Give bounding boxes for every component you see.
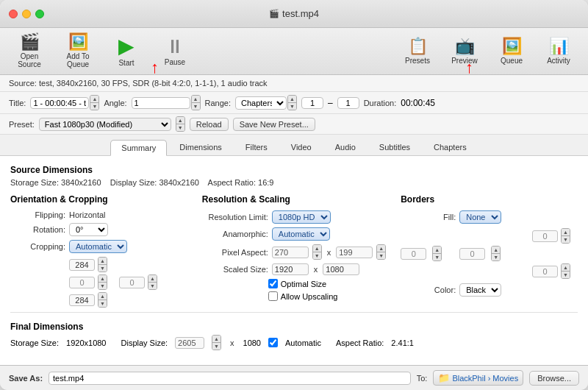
color-select[interactable]: Black [459,283,501,297]
tab-audio[interactable]: Audio [324,139,367,155]
pixel-w-stepper[interactable]: ▲ ▼ [312,244,322,260]
preset-up-icon[interactable]: ▲ [176,117,184,124]
duration-label: Duration: [364,99,397,107]
border-left-down-icon[interactable]: ▼ [433,254,441,260]
start-button[interactable]: ▶ Start [104,31,148,71]
fill-select[interactable]: None [459,210,501,224]
cropping-select[interactable]: Automatic [69,240,127,253]
storage-size-value: 3840x2160 [61,178,101,187]
limit-select[interactable]: 1080p HD [272,210,331,224]
border-right-up-icon[interactable]: ▲ [492,247,500,254]
crop-right-stepper[interactable]: ▲ ▼ [148,274,157,290]
crop-left-down-icon[interactable]: ▼ [98,283,107,289]
final-display-w-input[interactable] [175,337,204,349]
pixel-w-down-icon[interactable]: ▼ [313,252,321,259]
pixel-h-stepper[interactable]: ▲ ▼ [376,244,386,260]
range-from-input[interactable] [301,97,323,109]
crop-left-stepper[interactable]: ▲ ▼ [98,274,107,290]
range-to-input[interactable] [337,97,359,109]
allow-upscaling-checkbox[interactable] [268,291,278,301]
auto-checkbox[interactable] [268,338,278,347]
border-bottom-up-icon[interactable]: ▲ [562,264,570,272]
title-down-icon[interactable]: ▼ [90,103,98,110]
range-down-icon[interactable]: ▼ [288,103,296,110]
crop-left-input[interactable] [69,277,95,288]
range-up-icon[interactable]: ▲ [288,96,296,103]
preset-down-icon[interactable]: ▼ [176,124,184,131]
border-bottom-input[interactable] [532,266,558,277]
optimal-size-checkbox[interactable] [268,279,278,288]
save-new-preset-button[interactable]: Save New Preset... [233,118,315,131]
title-input[interactable] [30,97,89,109]
range-select[interactable]: Chapters [235,96,287,110]
crop-bottom-stepper[interactable]: ▲ ▼ [98,292,107,308]
save-as-input[interactable] [49,372,411,385]
scaled-h-input[interactable] [323,263,359,275]
title-up-icon[interactable]: ▲ [90,96,98,103]
crop-top-up-icon[interactable]: ▲ [98,258,107,265]
border-top-stepper[interactable]: ▲ ▼ [561,228,570,244]
crop-top-down-icon[interactable]: ▼ [98,265,107,272]
maximize-button[interactable] [35,10,44,18]
activity-button[interactable]: 📊 Activity [537,35,581,68]
scaled-w-input[interactable] [272,263,309,275]
border-left-stepper[interactable]: ▲ ▼ [432,246,442,261]
border-right-down-icon[interactable]: ▼ [492,254,500,260]
preset-select[interactable]: Fast 1080p30 (Modified) [39,118,171,131]
pixel-h-input[interactable] [336,247,373,258]
minimize-button[interactable] [22,10,31,18]
tab-video[interactable]: Video [280,139,323,155]
pixel-w-up-icon[interactable]: ▲ [313,245,321,252]
border-left-input[interactable] [401,248,426,260]
crop-bottom-down-icon[interactable]: ▼ [98,300,107,307]
rotation-select[interactable]: 0°90°180°270° [69,223,108,236]
crop-bottom-up-icon[interactable]: ▲ [98,293,107,300]
border-top-input[interactable] [532,230,558,242]
border-left-up-icon[interactable]: ▲ [433,247,441,254]
tab-subtitles[interactable]: Subtitles [368,139,421,155]
final-display-down-icon[interactable]: ▼ [212,343,220,350]
border-right-input[interactable] [459,248,485,260]
crop-top-input[interactable] [69,259,95,271]
tab-summary[interactable]: Summary [110,140,167,156]
pixel-h-up-icon[interactable]: ▲ [377,245,385,252]
border-bottom-stepper[interactable]: ▲ ▼ [561,263,570,279]
range-stepper[interactable]: ▲ ▼ [287,95,297,110]
crop-top-stepper[interactable]: ▲ ▼ [98,257,107,272]
pause-button[interactable]: ⏸ Pause [153,31,197,71]
angle-input[interactable] [132,97,190,109]
final-display-stepper[interactable]: ▲ ▼ [212,335,221,350]
crop-bottom-input[interactable] [69,294,95,306]
border-top-down-icon[interactable]: ▼ [562,236,570,243]
border-bottom-down-icon[interactable]: ▼ [562,272,570,278]
tab-chapters[interactable]: Chapters [423,139,478,155]
crop-right-up-icon[interactable]: ▲ [148,275,157,283]
preview-button[interactable]: 📺 Preview [442,35,487,68]
final-display-up-icon[interactable]: ▲ [212,336,220,343]
pixel-h-down-icon[interactable]: ▼ [377,252,385,259]
border-top-up-icon[interactable]: ▲ [562,229,570,236]
crop-left-up-icon[interactable]: ▲ [98,275,107,283]
tab-dimensions[interactable]: Dimensions [168,139,232,155]
presets-button[interactable]: 📋 Presets [395,35,440,68]
angle-down-icon[interactable]: ▼ [192,103,200,110]
crop-right-down-icon[interactable]: ▼ [148,283,157,289]
add-to-queue-button[interactable]: 🖼️ Add To Queue [56,31,100,71]
tab-filters[interactable]: Filters [234,139,279,155]
browse-button[interactable]: Browse... [529,371,579,386]
angle-stepper[interactable]: ▲ ▼ [191,95,201,110]
aspect-ratio-value: 16:9 [258,178,273,187]
title-stepper[interactable]: ▲ ▼ [90,95,99,110]
preset-stepper[interactable]: ▲ ▼ [176,116,185,132]
pixel-w-input[interactable] [272,247,309,258]
angle-up-icon[interactable]: ▲ [192,96,200,103]
preset-label: Preset: [9,120,35,129]
anamorphic-select[interactable]: Automatic [272,227,330,241]
reload-button[interactable]: Reload [190,118,229,131]
border-right-stepper[interactable]: ▲ ▼ [491,246,501,261]
close-button[interactable] [9,10,18,18]
crop-right-input[interactable] [119,277,145,288]
path-button[interactable]: 📁 BlackPhil › Movies [433,370,523,386]
queue-button[interactable]: 🖼️ Queue [490,35,534,68]
open-source-button[interactable]: 🎬 Open Source [7,31,51,71]
